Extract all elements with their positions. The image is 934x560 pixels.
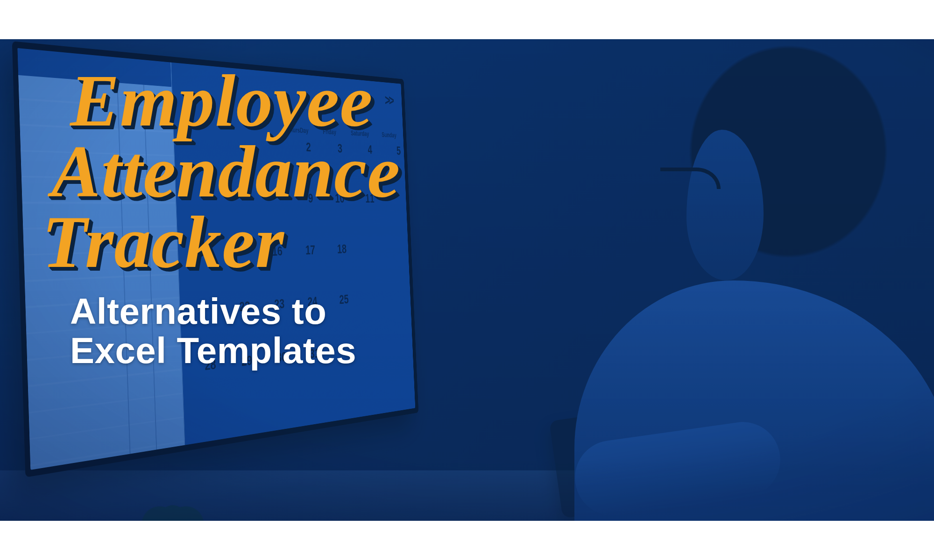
hero-title: Employee Attendance Tracker — [70, 65, 400, 278]
hero-title-line2: Attendance — [51, 136, 400, 207]
hero-subtitle-line1: Alternatives to — [70, 291, 326, 332]
hero-title-line3: Tracker — [42, 207, 284, 278]
letterbox-top — [0, 0, 934, 39]
hero-title-block: Employee Attendance Tracker Alternatives… — [70, 65, 400, 370]
hero-title-line1: Employee — [70, 60, 373, 141]
letterbox-bottom — [0, 521, 934, 560]
hero-subtitle: Alternatives to Excel Templates — [70, 292, 400, 370]
hero-subtitle-line2: Excel Templates — [70, 330, 356, 371]
